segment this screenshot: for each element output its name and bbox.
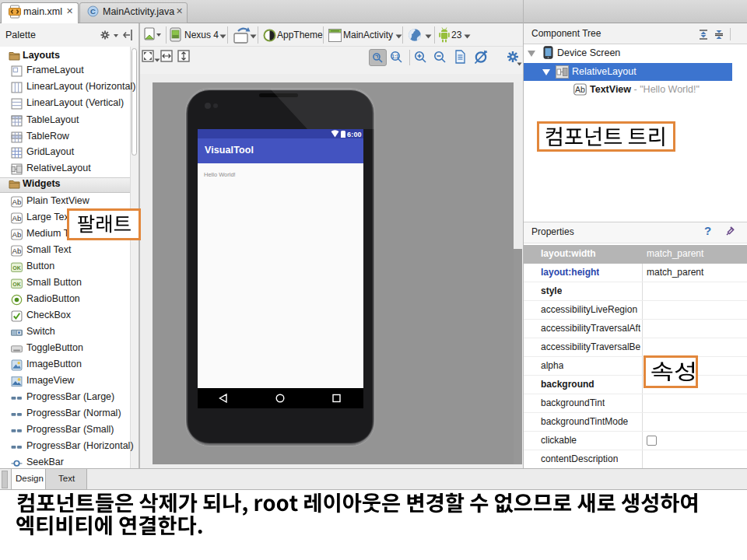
svg-text:Ab: Ab bbox=[12, 198, 22, 206]
svg-text:Ab: Ab bbox=[12, 230, 22, 239]
svg-text:Ab: Ab bbox=[12, 247, 22, 255]
svg-text:OK: OK bbox=[12, 265, 20, 271]
svg-text:OK: OK bbox=[12, 282, 20, 287]
svg-text:1:1: 1:1 bbox=[391, 54, 399, 59]
svg-text:Ab: Ab bbox=[12, 214, 22, 222]
svg-text:Ab: Ab bbox=[575, 85, 585, 94]
svg-text:C: C bbox=[90, 7, 96, 16]
